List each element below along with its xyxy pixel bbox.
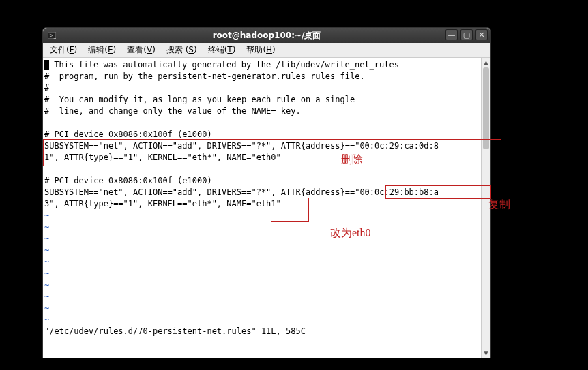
terminal-line: # program, run by the persistent-net-gen…	[44, 72, 365, 81]
titlebar[interactable]: >_ root@hadoop100:~/桌面 — ▢ ✕	[43, 28, 490, 43]
terminal-line: # You can modify it, as long as you keep…	[44, 95, 355, 104]
terminal-body[interactable]: This file was automatically generated by…	[43, 58, 490, 358]
terminal-line: 1", ATTR{type}=="1", KERNEL=="eth*", NAM…	[44, 153, 281, 162]
menu-terminal[interactable]: 终端(T)	[204, 43, 240, 57]
vim-tilde: ~	[44, 257, 49, 266]
terminal-line: # PCI device 0x8086:0x100f (e1000)	[44, 129, 212, 139]
menu-search[interactable]: 搜索 (S)	[162, 43, 201, 57]
terminal-line: #	[44, 83, 49, 93]
cursor	[44, 60, 49, 70]
window-controls: — ▢ ✕	[445, 29, 488, 40]
terminal-line: SUBSYSTEM=="net", ACTION=="add", DRIVERS…	[44, 141, 439, 151]
vim-tilde: ~	[44, 303, 49, 313]
window-title: root@hadoop100:~/桌面	[43, 30, 490, 42]
svg-text:>_: >_	[49, 33, 56, 39]
vim-tilde: ~	[44, 222, 49, 232]
vim-tilde: ~	[44, 292, 49, 301]
scrollbar-thumb[interactable]	[483, 67, 489, 149]
terminal-line: SUBSYSTEM=="net", ACTION=="add", DRIVERS…	[44, 187, 439, 197]
terminal-line: This file was automatically generated by…	[49, 60, 399, 70]
vim-tilde: ~	[44, 234, 49, 243]
terminal-line: 3", ATTR{type}=="1", KERNEL=="eth*", NAM…	[44, 199, 281, 209]
vim-tilde: ~	[44, 211, 49, 220]
menu-view[interactable]: 查看(V)	[123, 43, 160, 57]
minimize-button[interactable]: —	[445, 29, 458, 40]
vim-tilde: ~	[44, 268, 49, 278]
terminal-line: # line, and change only the value of the…	[44, 106, 301, 116]
terminal-line: # PCI device 0x8086:0x100f (e1000)	[44, 176, 212, 185]
scroll-down-icon[interactable]: ▼	[482, 348, 490, 358]
menu-edit[interactable]: 编辑(E)	[84, 43, 120, 57]
scrollbar[interactable]: ▲ ▼	[481, 58, 490, 358]
maximize-button[interactable]: ▢	[460, 29, 473, 40]
menubar: 文件(F) 编辑(E) 查看(V) 搜索 (S) 终端(T) 帮助(H)	[43, 43, 490, 58]
terminal-icon: >_	[47, 31, 57, 40]
vim-tilde: ~	[44, 280, 49, 290]
vim-tilde: ~	[44, 315, 49, 324]
scroll-up-icon[interactable]: ▲	[482, 58, 490, 67]
close-button[interactable]: ✕	[475, 29, 488, 40]
vim-tilde: ~	[44, 245, 49, 255]
menu-file[interactable]: 文件(F)	[46, 43, 81, 57]
vim-status-line: "/etc/udev/rules.d/70-persistent-net.rul…	[44, 326, 306, 336]
annotation-copy-label: 复制	[488, 198, 510, 212]
menu-help[interactable]: 帮助(H)	[242, 43, 279, 57]
terminal-window: >_ root@hadoop100:~/桌面 — ▢ ✕ 文件(F) 编辑(E)…	[42, 27, 491, 358]
